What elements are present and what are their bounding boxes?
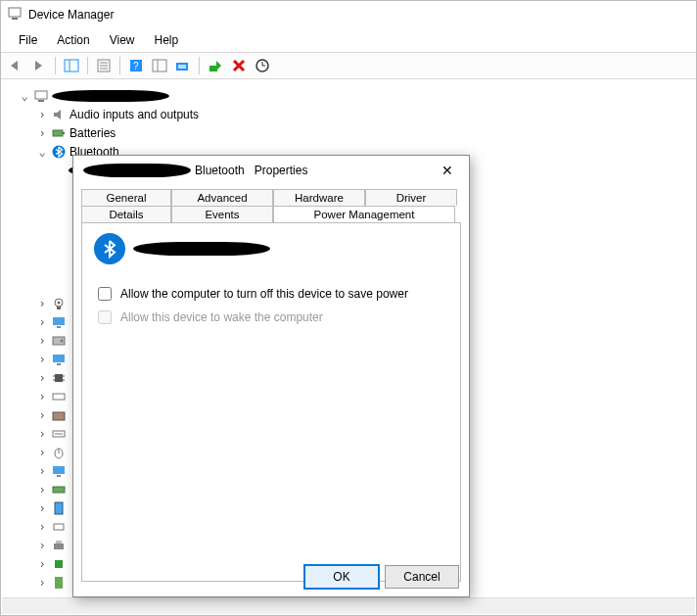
tree-item-computer[interactable]: › [36,313,67,331]
expand-icon[interactable]: › [36,539,48,552]
collapse-icon[interactable]: ⌄ [36,145,48,159]
cancel-button[interactable]: Cancel [385,565,459,589]
expand-icon[interactable]: › [36,390,48,403]
properties-dialog: Bluetooth Properties ✕ General Advanced … [72,155,470,597]
tree-item-label: Audio inputs and outputs [70,108,199,121]
svg-text:?: ? [133,61,139,71]
tree-item-processors[interactable]: › [36,555,67,573]
expand-icon[interactable]: › [36,446,48,459]
tree-item-hid[interactable]: › [36,388,67,405]
svg-rect-10 [153,60,166,71]
titlebar: Device Manager [1,1,696,28]
battery-icon [51,125,67,141]
tab-advanced[interactable]: Advanced [171,189,273,206]
dialog-title-text: Bluetooth [195,164,255,177]
tree-item-imaging[interactable]: › [36,406,67,424]
device-manager-icon [7,6,23,24]
tree-item-network[interactable]: › [36,481,67,498]
expand-icon[interactable]: › [36,126,48,140]
menu-view[interactable]: View [100,30,145,50]
expand-icon[interactable]: › [36,353,48,366]
enable-device-button[interactable] [205,55,226,76]
tab-events[interactable]: Events [171,206,273,222]
ok-button[interactable]: OK [304,565,379,589]
tab-general[interactable]: General [81,189,171,206]
expand-icon[interactable]: › [36,408,48,422]
monitor-icon [51,463,67,479]
svg-rect-50 [55,560,63,568]
expand-icon[interactable]: › [36,520,48,534]
expand-icon[interactable]: › [36,108,48,121]
uninstall-device-button[interactable] [228,55,250,76]
svg-rect-27 [57,326,61,328]
tree-item-display[interactable]: › [36,351,67,368]
tree-item-label: Batteries [70,126,116,140]
network-icon [51,482,67,498]
tree-item-disk[interactable]: › [36,332,67,350]
scan-icon[interactable] [149,55,170,76]
menu-file[interactable]: File [9,30,47,50]
back-button[interactable] [5,55,26,76]
svg-point-29 [61,340,64,343]
forward-button[interactable] [28,55,50,76]
expand-icon[interactable]: › [36,576,48,590]
expand-icon[interactable]: › [36,483,48,497]
expand-icon[interactable]: › [36,297,48,310]
menu-action[interactable]: Action [47,30,99,50]
tree-item-print[interactable]: › [36,537,67,554]
security-icon [51,575,67,591]
option-label: Allow the computer to turn off this devi… [120,287,408,301]
svg-rect-13 [178,65,186,69]
tree-item-ports[interactable]: › [36,518,67,536]
tree-item-security[interactable]: › [36,574,67,592]
tree-item-portable[interactable]: › [36,499,67,517]
expand-icon[interactable]: › [36,557,48,571]
expand-icon[interactable]: › [36,334,48,348]
svg-rect-44 [57,475,61,477]
tree-item-batteries[interactable]: › Batteries [36,124,690,142]
dialog-titlebar: Bluetooth Properties ✕ [73,156,469,185]
option-allow-turn-off[interactable]: Allow the computer to turn off this devi… [94,284,448,304]
tab-driver[interactable]: Driver [365,189,457,206]
toolbar-separator [87,57,88,74]
tree-item-monitors[interactable]: › [36,462,67,480]
tree-item-cameras[interactable]: › [36,295,67,312]
tab-details[interactable]: Details [81,206,171,222]
bluetooth-icon [94,233,125,264]
checkbox-allow-turn-off[interactable] [98,287,112,301]
tab-power-management[interactable]: Power Management [273,206,455,222]
horizontal-scrollbar[interactable] [2,597,695,614]
tab-hardware[interactable]: Hardware [273,189,365,206]
svg-rect-25 [57,307,61,309]
svg-rect-45 [53,487,65,493]
expand-icon[interactable]: › [36,371,48,385]
help-button[interactable]: ? [125,55,147,76]
redacted-text [133,242,270,256]
tree-item-firmware[interactable]: › [36,369,67,387]
show-hide-tree-button[interactable] [61,55,82,76]
update-driver-button[interactable] [172,55,194,76]
svg-rect-32 [55,374,63,382]
expand-icon[interactable]: › [36,464,48,478]
collapse-icon[interactable]: ⌄ [19,89,30,103]
tree-item-audio[interactable]: › Audio inputs and outputs [36,106,690,123]
svg-rect-1 [12,18,18,20]
expand-icon[interactable]: › [36,427,48,441]
tree-item-keyboards[interactable]: › [36,425,67,443]
dialog-title-suffix: Properties [255,164,436,177]
expand-icon[interactable]: › [36,501,48,515]
svg-rect-0 [9,8,21,17]
tree-item-mice[interactable]: › [36,444,67,461]
tree-root[interactable]: ⌄ [19,87,690,105]
display-adapter-icon [51,352,67,367]
toolbar: ? [1,52,696,79]
menu-help[interactable]: Help [145,30,189,50]
svg-rect-20 [53,130,63,136]
close-button[interactable]: ✕ [436,163,459,178]
printer-icon [51,538,67,553]
scan-hardware-button[interactable] [252,55,273,76]
tabs-row-1: General Advanced Hardware Driver [81,189,461,206]
expand-icon[interactable]: › [36,315,48,329]
camera-icon [51,296,67,311]
properties-button[interactable] [93,55,115,76]
